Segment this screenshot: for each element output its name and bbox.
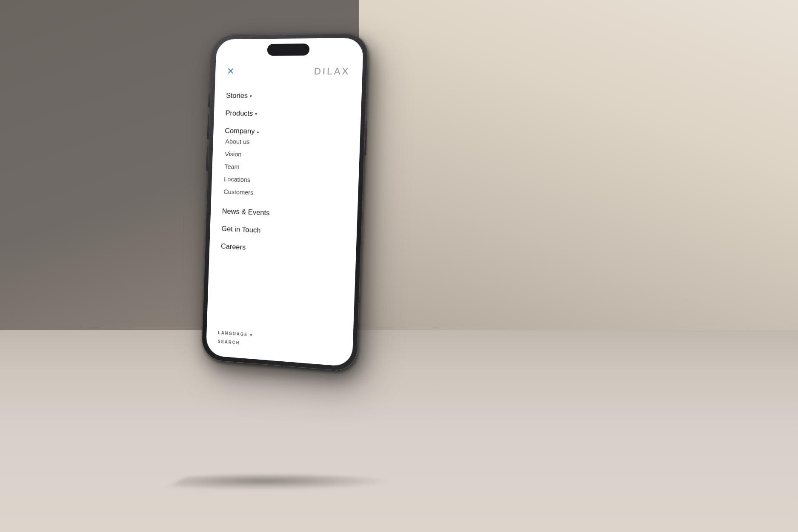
phone-screen: ✕ DILAX Stories ▾ Pr [206, 38, 364, 367]
phone-frame: ✕ DILAX Stories ▾ Pr [201, 33, 369, 372]
vision-label: Vision [225, 150, 242, 158]
language-label: LANGUAGE [218, 330, 248, 337]
products-arrow: ▾ [255, 112, 257, 116]
company-label: Company [225, 127, 255, 136]
phone-shadow [163, 473, 398, 490]
team-label: Team [224, 163, 240, 170]
products-label: Products [225, 109, 253, 118]
volume-up-button [207, 114, 210, 140]
phone-device: ✕ DILAX Stories ▾ Pr [201, 33, 369, 372]
get-in-touch-label: Get in Touch [221, 225, 261, 235]
stories-arrow: ▾ [250, 94, 252, 98]
close-button[interactable]: ✕ [227, 67, 235, 76]
table-surface [0, 330, 798, 532]
nav-item-stories[interactable]: Stories ▾ [226, 87, 349, 106]
company-arrow: ▴ [257, 129, 259, 134]
about-us-label: About us [225, 137, 250, 145]
nav-list: Stories ▾ Products ▾ C [218, 87, 349, 330]
news-label: News & Events [222, 207, 270, 217]
nav-item-products[interactable]: Products ▾ [225, 105, 349, 124]
screen-content: ✕ DILAX Stories ▾ Pr [206, 38, 364, 367]
dynamic-island [267, 43, 309, 56]
mute-button [208, 94, 210, 107]
company-sub-items: About us Vision Team Locations [223, 135, 348, 202]
careers-label: Careers [221, 242, 246, 252]
language-arrow: ▾ [250, 333, 253, 338]
scene: ✕ DILAX Stories ▾ Pr [0, 0, 798, 532]
nav-item-company[interactable]: Company ▴ About us Vision [223, 122, 349, 207]
header-row: ✕ DILAX [227, 64, 351, 77]
stories-label: Stories [226, 92, 248, 100]
customers-label: Customers [223, 188, 254, 196]
logo: DILAX [314, 66, 350, 77]
locations-label: Locations [224, 175, 251, 183]
volume-down-button [206, 146, 209, 171]
